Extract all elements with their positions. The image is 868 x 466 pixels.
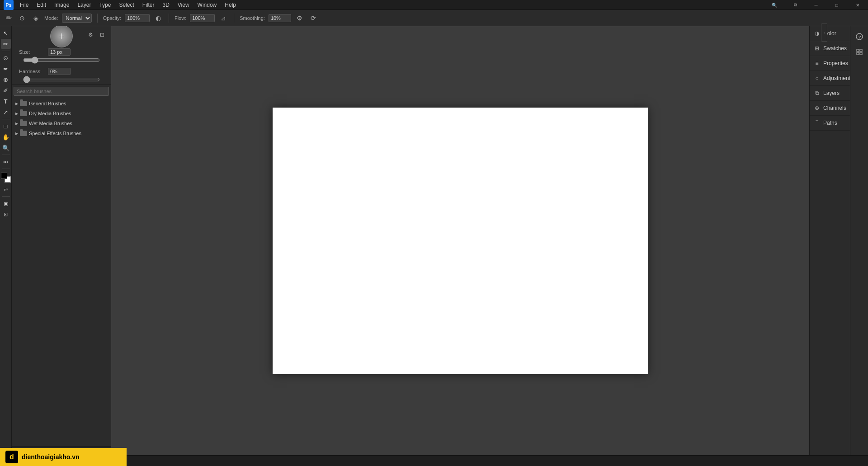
size-input[interactable] (48, 48, 71, 56)
brush-list: ▶ General Brushes ▶ Dry Media Brushes ▶ … (12, 85, 111, 446)
hardness-slider-row (19, 76, 104, 86)
smoothing-input[interactable] (269, 14, 291, 22)
size-label: Size: (19, 49, 46, 55)
zoom-tool[interactable]: 🔍 (1, 143, 11, 153)
color-icon: ◑ (813, 30, 821, 37)
size-slider-row (19, 56, 104, 67)
opacity-icon[interactable]: ◐ (153, 13, 163, 23)
opacity-label: Opacity: (103, 15, 121, 21)
brush-shape (50, 26, 73, 47)
brush-size-btn[interactable]: ⊙ (17, 13, 27, 23)
maximize-btn[interactable]: □ (826, 0, 847, 10)
move-tool[interactable]: ↖ (1, 28, 11, 38)
brush-size-row: Size: (15, 47, 107, 56)
hardness-slider[interactable] (23, 76, 100, 83)
search-icon-btn[interactable]: 🔍 (764, 0, 785, 10)
menu-file[interactable]: File (16, 1, 32, 9)
screen-mode-tool[interactable]: ⊡ (1, 209, 11, 219)
properties-panel-item[interactable]: ≡ Properties (810, 56, 850, 71)
menu-bar: Ps File Edit Image Layer Type Select Fil… (0, 0, 868, 10)
menu-window[interactable]: Window (194, 1, 221, 9)
learn-btn[interactable]: ? (853, 30, 866, 43)
quick-mask-tool[interactable]: ▣ (1, 198, 11, 208)
chevron-right-icon-2: ▶ (15, 112, 18, 116)
arrange-btn[interactable]: ⧉ (785, 0, 806, 10)
pen-tool[interactable]: ✐ (1, 85, 11, 95)
menu-image[interactable]: Image (51, 1, 73, 9)
brush-preview-circle (46, 26, 77, 47)
menu-edit[interactable]: Edit (33, 1, 50, 9)
layers-panel-item[interactable]: ⧉ Layers (810, 86, 850, 101)
menu-layer[interactable]: Layer (74, 1, 94, 9)
canvas-area[interactable] (111, 26, 809, 455)
color-panel-item[interactable]: ◑ Color (810, 26, 850, 41)
brush-mode-icon[interactable]: ◈ (31, 13, 41, 23)
channels-panel-item[interactable]: ⊕ Channels (810, 101, 850, 116)
right-panel-collapse-btn[interactable]: ‹ (821, 24, 827, 42)
hardness-input[interactable] (48, 68, 71, 75)
crosshair-icon (59, 33, 64, 39)
brush-group-dry-header[interactable]: ▶ Dry Media Brushes (14, 109, 109, 118)
mode-select[interactable]: Normal (62, 14, 92, 23)
swap-colors-icon[interactable]: ⇄ (1, 184, 11, 194)
folder-icon-3 (20, 121, 27, 126)
app-logo[interactable]: Ps (4, 0, 14, 10)
more-tools[interactable]: ••• (1, 157, 11, 167)
text-tool[interactable]: T (1, 96, 11, 106)
hardness-label: Hardness: (19, 69, 46, 74)
smoothing-settings-icon[interactable]: ⚙ (295, 13, 305, 23)
svg-rect-2 (857, 49, 859, 52)
smoothing-label: Smoothing: (240, 15, 265, 21)
adjustments-panel-item[interactable]: ○ Adjustments (810, 71, 850, 86)
eyedropper-tool[interactable]: ✒ (1, 64, 11, 74)
menu-type[interactable]: Type (95, 1, 114, 9)
brush-group-wet-header[interactable]: ▶ Wet Media Brushes (14, 119, 109, 127)
flow-input[interactable] (190, 14, 215, 22)
canvas[interactable] (273, 108, 648, 374)
menu-filter[interactable]: Filter (139, 1, 158, 9)
brush-tool[interactable]: ✏ (1, 39, 11, 49)
brush-tool-btn[interactable]: ✏ (4, 13, 14, 23)
shape-tool[interactable]: □ (1, 121, 11, 131)
paths-panel-item[interactable]: ⌒ Paths (810, 116, 850, 131)
smoothing-toggle-icon[interactable]: ⟳ (308, 13, 318, 23)
chevron-right-icon: ▶ (15, 102, 18, 106)
size-slider[interactable] (23, 56, 100, 64)
brush-group-special-header[interactable]: ▶ Special Effects Brushes (14, 129, 109, 137)
adjustments-icon: ○ (813, 75, 821, 82)
minimize-btn[interactable]: ─ (806, 0, 826, 10)
libraries-btn[interactable] (853, 45, 866, 59)
hand-tool[interactable]: ✋ (1, 132, 11, 142)
hardness-row: Hardness: (15, 67, 107, 76)
swatches-panel-item[interactable]: ⊞ Swatches (810, 41, 850, 56)
brush-group-general: ▶ General Brushes (14, 99, 109, 108)
lasso-tool[interactable]: ⊙ (1, 53, 11, 63)
menu-help[interactable]: Help (221, 1, 240, 9)
menu-view[interactable]: View (174, 1, 193, 9)
healing-tool[interactable]: ⊕ (1, 75, 11, 85)
paths-icon: ⌒ (813, 119, 821, 127)
brush-group-general-header[interactable]: ▶ General Brushes (14, 99, 109, 108)
foreground-color-swatch[interactable] (1, 173, 7, 179)
chevron-right-icon-3: ▶ (15, 122, 18, 126)
libraries-icon (856, 48, 863, 56)
far-right-panel: ? (850, 26, 868, 455)
color-swatches[interactable] (1, 173, 11, 183)
menu-select[interactable]: Select (115, 1, 137, 9)
svg-rect-3 (860, 49, 862, 52)
brush-group-dry: ▶ Dry Media Brushes (14, 108, 109, 118)
brush-expand-btn[interactable]: ⊡ (97, 30, 107, 40)
brush-settings-btn[interactable]: ⚙ (85, 30, 95, 40)
swatches-icon: ⊞ (813, 45, 821, 52)
close-btn[interactable]: ✕ (847, 0, 868, 10)
folder-icon-2 (20, 111, 27, 116)
opacity-input[interactable] (125, 14, 150, 22)
svg-rect-4 (857, 52, 859, 55)
path-tool[interactable]: ↗ (1, 107, 11, 117)
menu-3d[interactable]: 3D (159, 1, 173, 9)
flow-icon[interactable]: ⊿ (218, 13, 228, 23)
left-toolbar: ↖ ✏ ⊙ ✒ ⊕ ✐ T ↗ □ ✋ 🔍 ••• ⇄ ▣ ⊡ (0, 26, 12, 455)
brush-preview-area: ⚙ ⊡ Size: Hardness: (12, 26, 111, 85)
mode-label: Mode: (44, 15, 58, 21)
brush-search-input[interactable] (14, 87, 109, 96)
